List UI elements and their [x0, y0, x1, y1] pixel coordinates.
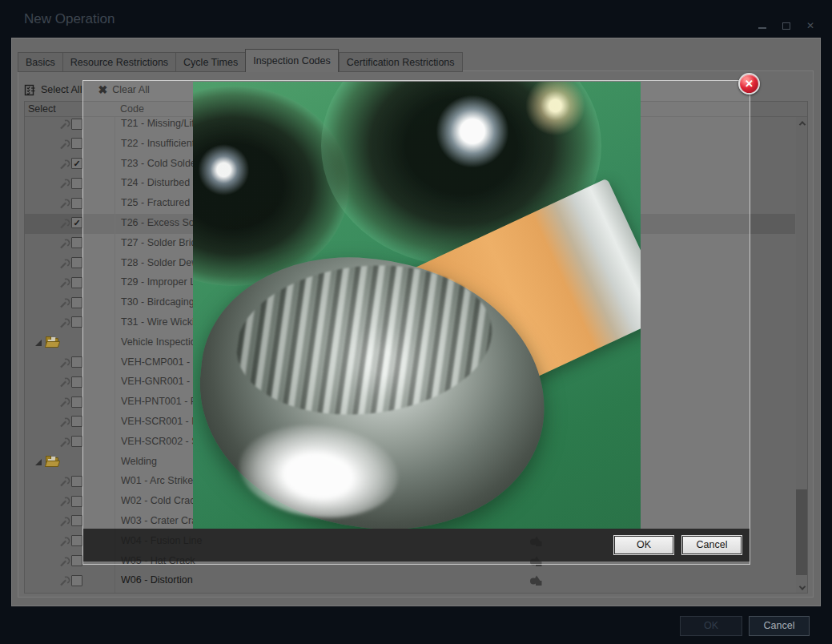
wrench-icon — [58, 139, 70, 151]
row-checkbox[interactable] — [71, 198, 82, 209]
wrench-icon — [58, 476, 70, 488]
ok-button[interactable]: OK — [680, 616, 742, 636]
row-checkbox[interactable] — [71, 476, 82, 487]
code-row[interactable]: W06 - Distortion — [25, 571, 795, 591]
row-checkbox[interactable] — [71, 257, 82, 268]
row-checkbox[interactable] — [71, 575, 82, 586]
wrench-icon — [58, 218, 70, 230]
row-checkbox[interactable] — [71, 396, 82, 408]
row-checkbox[interactable] — [71, 535, 82, 546]
popup-footer: OK Cancel — [83, 529, 750, 561]
wrench-icon — [58, 178, 70, 190]
scroll-down-button[interactable] — [796, 582, 808, 594]
dialog-button-bar: OK Cancel — [0, 606, 832, 644]
row-checkbox[interactable] — [71, 297, 82, 308]
wrench-icon — [58, 119, 70, 131]
wrench-icon — [58, 238, 70, 250]
title-bar: New Operation ✕ — [0, 0, 832, 38]
wrench-icon — [58, 476, 70, 488]
maximize-button[interactable] — [779, 19, 794, 32]
tab-basics[interactable]: Basics — [18, 52, 62, 72]
tab-strip: Basics Resource Restrictions Cycle Times… — [18, 49, 463, 72]
wrench-icon — [58, 417, 70, 429]
wrench-icon — [58, 357, 70, 369]
select-all-icon — [24, 84, 36, 96]
wrench-icon — [58, 536, 70, 548]
wrench-icon — [58, 297, 70, 309]
window-controls: ✕ — [755, 19, 818, 32]
select-all-button[interactable]: Select All — [24, 83, 86, 98]
row-checkbox[interactable] — [71, 436, 82, 447]
wrench-icon — [58, 178, 70, 190]
wrench-icon — [58, 258, 70, 270]
wrench-icon — [58, 258, 70, 270]
row-checkbox[interactable] — [71, 277, 82, 288]
tab-resource-restrictions[interactable]: Resource Restrictions — [62, 52, 175, 72]
shapes-icon-cell — [529, 574, 543, 587]
row-checkbox[interactable] — [71, 555, 82, 566]
chevron-up-icon — [798, 121, 805, 127]
row-checkbox[interactable] — [71, 416, 82, 427]
vertical-scrollbar[interactable] — [796, 117, 808, 594]
image-preview-popup: OK Cancel — [82, 80, 750, 565]
select-all-label: Select All — [41, 84, 82, 95]
wrench-icon — [58, 556, 70, 568]
wrench-icon — [58, 556, 70, 568]
window-title: New Operation — [24, 0, 115, 38]
wrench-icon — [58, 417, 70, 429]
wrench-icon — [58, 437, 70, 449]
wrench-icon — [58, 297, 70, 309]
wrench-icon — [58, 396, 70, 409]
minimize-icon — [758, 27, 766, 29]
wrench-icon — [58, 119, 70, 131]
tab-cycle-times[interactable]: Cycle Times — [175, 52, 245, 72]
minimize-button[interactable] — [755, 19, 770, 32]
wrench-icon — [58, 317, 70, 329]
popup-ok-button[interactable]: OK — [614, 536, 673, 554]
scroll-up-button[interactable] — [796, 117, 808, 130]
expander-icon[interactable] — [35, 459, 42, 465]
wrench-icon — [58, 516, 70, 528]
scrollbar-thumb[interactable] — [796, 489, 808, 575]
shapes-icon — [529, 574, 543, 587]
row-checkbox[interactable]: ✓ — [71, 158, 82, 169]
chevron-down-icon — [798, 583, 805, 590]
wrench-icon — [58, 159, 70, 171]
code-row[interactable]: W07 - Reheat Crack — [25, 591, 795, 594]
inspection-photo — [193, 82, 641, 529]
code-label: W06 - Distortion — [121, 574, 193, 586]
cancel-button[interactable]: Cancel — [749, 616, 810, 636]
close-button[interactable]: ✕ — [803, 19, 818, 32]
wrench-icon — [58, 238, 70, 250]
row-checkbox[interactable] — [71, 237, 82, 248]
wrench-icon — [58, 536, 70, 548]
tab-certification-restrictions[interactable]: Certification Restrictions — [339, 52, 463, 72]
wrench-icon — [58, 496, 70, 508]
row-checkbox[interactable] — [71, 138, 82, 149]
row-checkbox[interactable] — [71, 515, 82, 526]
wrench-icon — [58, 317, 70, 329]
wrench-icon — [58, 396, 70, 409]
expander-icon[interactable] — [35, 340, 42, 346]
row-checkbox[interactable] — [71, 496, 82, 507]
popup-close-button[interactable]: ✕ — [738, 73, 760, 95]
wrench-icon — [58, 376, 70, 388]
wrench-icon — [58, 277, 70, 289]
column-header-select[interactable]: Select — [28, 103, 56, 115]
wrench-icon — [58, 376, 70, 388]
row-checkbox[interactable] — [71, 316, 82, 328]
popup-cancel-button[interactable]: Cancel — [682, 536, 742, 554]
row-checkbox[interactable] — [71, 178, 82, 189]
wrench-icon — [58, 575, 70, 587]
tab-inspection-codes[interactable]: Inspection Codes — [245, 49, 339, 72]
maximize-icon — [782, 22, 790, 30]
folder-icon — [46, 456, 60, 468]
row-checkbox[interactable] — [71, 356, 82, 368]
row-checkbox[interactable] — [71, 119, 82, 130]
wrench-icon — [58, 218, 70, 230]
row-checkbox[interactable] — [71, 376, 82, 388]
wrench-icon — [58, 357, 70, 369]
wrench-icon — [58, 437, 70, 449]
row-checkbox[interactable]: ✓ — [71, 217, 82, 228]
wrench-icon — [58, 516, 70, 528]
